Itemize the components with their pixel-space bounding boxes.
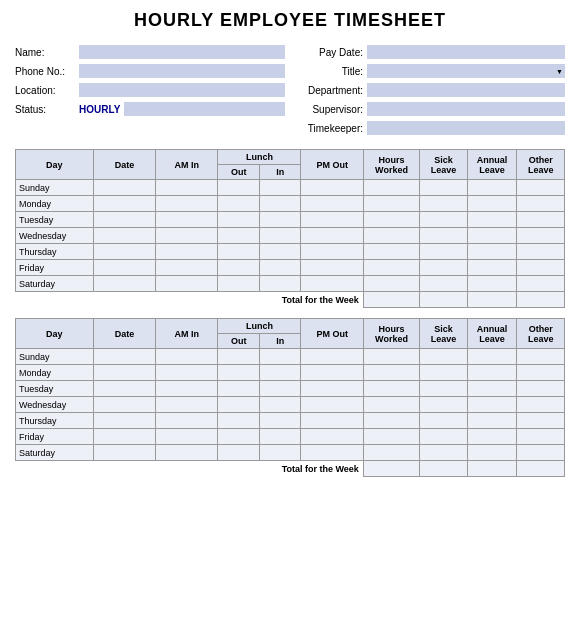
- data-cell[interactable]: [467, 212, 517, 228]
- data-cell[interactable]: [420, 212, 467, 228]
- data-cell[interactable]: [467, 365, 517, 381]
- data-cell[interactable]: [301, 365, 363, 381]
- data-cell[interactable]: [363, 413, 419, 429]
- total-cell[interactable]: [420, 292, 467, 308]
- data-cell[interactable]: [259, 381, 301, 397]
- department-input[interactable]: [367, 83, 565, 97]
- data-cell[interactable]: [420, 381, 467, 397]
- data-cell[interactable]: [301, 413, 363, 429]
- data-cell[interactable]: [467, 196, 517, 212]
- data-cell[interactable]: [517, 228, 565, 244]
- data-cell[interactable]: [301, 180, 363, 196]
- data-cell[interactable]: [363, 180, 419, 196]
- data-cell[interactable]: [517, 244, 565, 260]
- data-cell[interactable]: [218, 365, 260, 381]
- data-cell[interactable]: [301, 397, 363, 413]
- total-cell[interactable]: [363, 292, 419, 308]
- data-cell[interactable]: [301, 381, 363, 397]
- data-cell[interactable]: [218, 429, 260, 445]
- data-cell[interactable]: [156, 276, 218, 292]
- data-cell[interactable]: [156, 228, 218, 244]
- data-cell[interactable]: [467, 381, 517, 397]
- data-cell[interactable]: [467, 429, 517, 445]
- data-cell[interactable]: [420, 445, 467, 461]
- data-cell[interactable]: [467, 397, 517, 413]
- data-cell[interactable]: [363, 445, 419, 461]
- data-cell[interactable]: [301, 445, 363, 461]
- data-cell[interactable]: [218, 260, 260, 276]
- data-cell[interactable]: [93, 196, 155, 212]
- data-cell[interactable]: [467, 445, 517, 461]
- total-cell[interactable]: [363, 461, 419, 477]
- data-cell[interactable]: [93, 212, 155, 228]
- data-cell[interactable]: [517, 413, 565, 429]
- data-cell[interactable]: [93, 180, 155, 196]
- data-cell[interactable]: [363, 365, 419, 381]
- phone-input[interactable]: [79, 64, 285, 78]
- data-cell[interactable]: [259, 349, 301, 365]
- data-cell[interactable]: [467, 349, 517, 365]
- data-cell[interactable]: [156, 413, 218, 429]
- data-cell[interactable]: [93, 429, 155, 445]
- data-cell[interactable]: [218, 228, 260, 244]
- data-cell[interactable]: [218, 212, 260, 228]
- data-cell[interactable]: [93, 381, 155, 397]
- data-cell[interactable]: [259, 180, 301, 196]
- data-cell[interactable]: [259, 196, 301, 212]
- data-cell[interactable]: [420, 429, 467, 445]
- data-cell[interactable]: [259, 212, 301, 228]
- data-cell[interactable]: [218, 244, 260, 260]
- data-cell[interactable]: [517, 445, 565, 461]
- data-cell[interactable]: [218, 413, 260, 429]
- data-cell[interactable]: [156, 365, 218, 381]
- location-input[interactable]: [79, 83, 285, 97]
- data-cell[interactable]: [218, 445, 260, 461]
- data-cell[interactable]: [301, 276, 363, 292]
- data-cell[interactable]: [420, 397, 467, 413]
- data-cell[interactable]: [467, 276, 517, 292]
- data-cell[interactable]: [156, 445, 218, 461]
- status-input[interactable]: [124, 102, 285, 116]
- supervisor-input[interactable]: [367, 102, 565, 116]
- data-cell[interactable]: [259, 228, 301, 244]
- data-cell[interactable]: [259, 260, 301, 276]
- data-cell[interactable]: [517, 180, 565, 196]
- data-cell[interactable]: [156, 349, 218, 365]
- data-cell[interactable]: [156, 429, 218, 445]
- data-cell[interactable]: [93, 276, 155, 292]
- title-select[interactable]: [367, 64, 565, 78]
- data-cell[interactable]: [156, 381, 218, 397]
- data-cell[interactable]: [218, 381, 260, 397]
- data-cell[interactable]: [420, 276, 467, 292]
- data-cell[interactable]: [363, 349, 419, 365]
- total-cell[interactable]: [420, 461, 467, 477]
- data-cell[interactable]: [93, 413, 155, 429]
- data-cell[interactable]: [467, 413, 517, 429]
- data-cell[interactable]: [467, 244, 517, 260]
- data-cell[interactable]: [93, 228, 155, 244]
- data-cell[interactable]: [259, 429, 301, 445]
- data-cell[interactable]: [363, 429, 419, 445]
- data-cell[interactable]: [467, 260, 517, 276]
- data-cell[interactable]: [301, 349, 363, 365]
- data-cell[interactable]: [156, 212, 218, 228]
- data-cell[interactable]: [517, 196, 565, 212]
- data-cell[interactable]: [420, 349, 467, 365]
- data-cell[interactable]: [301, 228, 363, 244]
- data-cell[interactable]: [363, 260, 419, 276]
- data-cell[interactable]: [259, 365, 301, 381]
- data-cell[interactable]: [420, 228, 467, 244]
- data-cell[interactable]: [301, 244, 363, 260]
- data-cell[interactable]: [517, 381, 565, 397]
- data-cell[interactable]: [517, 365, 565, 381]
- total-cell[interactable]: [467, 461, 517, 477]
- data-cell[interactable]: [517, 397, 565, 413]
- data-cell[interactable]: [363, 276, 419, 292]
- data-cell[interactable]: [259, 397, 301, 413]
- data-cell[interactable]: [156, 397, 218, 413]
- data-cell[interactable]: [156, 180, 218, 196]
- data-cell[interactable]: [467, 180, 517, 196]
- data-cell[interactable]: [517, 429, 565, 445]
- data-cell[interactable]: [218, 196, 260, 212]
- timekeeper-input[interactable]: [367, 121, 565, 135]
